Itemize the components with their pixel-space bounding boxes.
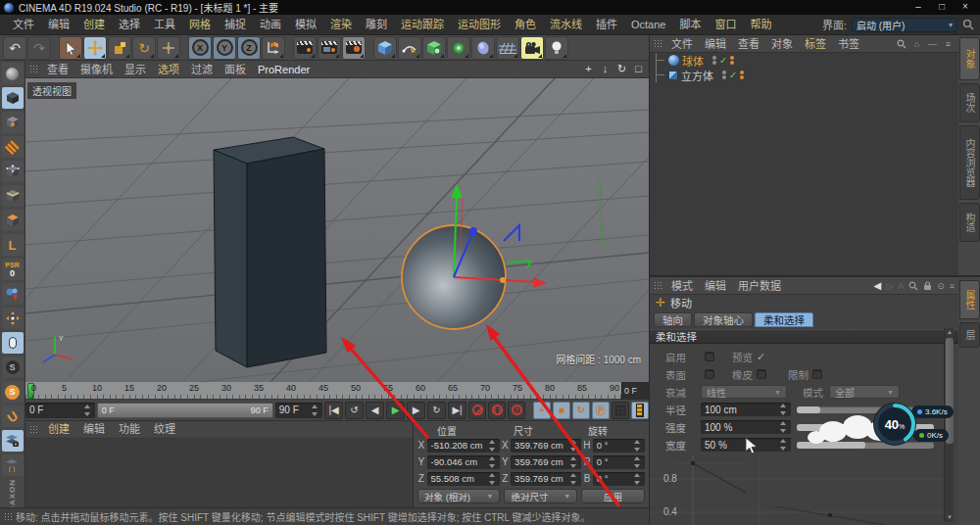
menu-file[interactable]: 文件 <box>6 15 41 35</box>
rotation-h-field[interactable]: 0 ° <box>593 439 645 453</box>
vp-menu-options[interactable]: 选项 <box>152 61 185 78</box>
panel-menu-icon[interactable]: ≡ <box>942 37 955 50</box>
menu-animate[interactable]: 动画 <box>253 15 288 35</box>
size-mode-dropdown[interactable]: 绝对尺寸▼ <box>504 489 577 503</box>
mat-menu-texture[interactable]: 纹理 <box>147 419 182 440</box>
path-icon[interactable]: — <box>926 37 939 50</box>
snap-settings-button[interactable] <box>2 308 24 329</box>
section-header[interactable]: 柔和选择 <box>650 329 958 344</box>
render-view-button[interactable] <box>293 36 317 60</box>
apply-button[interactable]: 应用 <box>581 489 645 503</box>
tab-content-browser[interactable]: 内容浏览器 <box>959 125 980 200</box>
menu-plugins[interactable]: 插件 <box>589 15 624 35</box>
view-label[interactable]: 透视视图 <box>27 82 76 99</box>
add-environment-button[interactable] <box>496 36 519 60</box>
keyframe-selection-button[interactable]: ? <box>508 402 525 419</box>
filter-icon[interactable]: ⌂ <box>910 37 923 50</box>
record-keyframe-button[interactable] <box>468 402 486 419</box>
lock-icon[interactable] <box>923 281 932 291</box>
y-axis-lock[interactable]: Y <box>213 36 236 60</box>
menu-octane[interactable]: Octane <box>624 15 672 35</box>
surface-checkbox[interactable] <box>705 369 714 379</box>
spinner-icon[interactable] <box>84 405 91 416</box>
object-mode-button[interactable] <box>2 87 24 109</box>
menu-select[interactable]: 选择 <box>112 15 147 35</box>
om-menu-file[interactable]: 文件 <box>665 35 699 53</box>
play-button[interactable]: ▶ <box>386 402 405 419</box>
coordinate-system-button[interactable] <box>262 36 285 60</box>
add-deformer-button[interactable] <box>447 36 470 60</box>
menu-mesh[interactable]: 网格 <box>182 15 218 35</box>
rotate-tool[interactable]: ↻ <box>132 36 156 60</box>
redo-button[interactable]: ↷ <box>27 36 51 60</box>
x-axis-lock[interactable]: X <box>188 36 212 60</box>
menu-motion-tracker[interactable]: 运动跟踪 <box>394 15 451 35</box>
previous-frame-button[interactable]: ◀ <box>366 402 384 419</box>
add-generator-button[interactable] <box>422 36 446 60</box>
am-menu-edit[interactable]: 编辑 <box>699 277 732 295</box>
go-to-end-button[interactable]: ▶| <box>448 402 466 419</box>
scale-tool[interactable] <box>108 36 131 60</box>
texture-mode-button[interactable] <box>2 136 24 158</box>
size-x-field[interactable]: 359.769 cm <box>511 439 581 453</box>
om-menu-objects[interactable]: 对象 <box>765 35 799 53</box>
vp-menu-filter[interactable]: 过滤 <box>185 61 219 78</box>
spinner-icon[interactable] <box>312 405 318 416</box>
interface-dropdown[interactable]: 启动 (用户) ▾ <box>852 18 957 32</box>
viewport-zoom-icon[interactable]: ↓ <box>599 63 612 75</box>
object-name[interactable]: 立方体 <box>681 68 713 83</box>
add-camera-button[interactable] <box>520 36 544 60</box>
search-icon[interactable] <box>962 19 974 30</box>
go-to-start-button[interactable]: |◀ <box>324 402 343 419</box>
phong-tag-icon[interactable] <box>740 71 744 79</box>
timeline-ruler[interactable]: 0 5 10 15 20 25 30 35 40 45 50 55 60 65 … <box>25 382 621 400</box>
strength-field[interactable]: 100 % <box>701 420 791 434</box>
render-settings-button[interactable] <box>342 36 366 60</box>
enable-checkbox[interactable] <box>705 352 714 361</box>
polygons-mode-button[interactable] <box>2 210 24 231</box>
om-menu-view[interactable]: 查看 <box>732 35 765 53</box>
radius-field[interactable]: 100 cm <box>701 403 791 416</box>
last-used-tool[interactable] <box>157 36 180 60</box>
play-backwards-button[interactable]: ↺ <box>345 402 364 419</box>
layer-link-button[interactable]: ( ) <box>2 454 24 476</box>
search-icon[interactable] <box>908 281 918 291</box>
add-primitive-button[interactable] <box>373 36 397 60</box>
om-menu-bookmarks[interactable]: 书签 <box>832 35 865 53</box>
scroll-down-icon[interactable]: ▼ <box>945 513 955 522</box>
enabled-check-icon[interactable]: ✓ <box>719 55 727 66</box>
mode-dropdown[interactable]: 全部▼ <box>829 385 900 399</box>
position-z-field[interactable]: 55.508 cm <box>427 472 500 486</box>
om-menu-edit[interactable]: 编辑 <box>699 35 732 53</box>
viewport-toggle-icon[interactable]: □ <box>632 63 645 75</box>
render-picture-viewer-button[interactable] <box>318 36 341 60</box>
enable-axis-button[interactable]: L <box>2 234 24 256</box>
mat-menu-create[interactable]: 创建 <box>41 419 76 440</box>
panel-grip[interactable] <box>654 39 662 49</box>
rubber-checkbox[interactable] <box>757 369 766 379</box>
close-button[interactable]: × <box>955 1 976 14</box>
falloff-curve-editor[interactable]: 0.8 0.4 <box>650 453 944 525</box>
panel-menu-icon[interactable]: ≡ <box>950 281 955 291</box>
live-selection-tool[interactable] <box>59 36 82 60</box>
panel-grip[interactable] <box>29 65 37 74</box>
tab-objects[interactable]: 对象 <box>959 37 980 80</box>
minimize-button[interactable]: – <box>907 1 929 14</box>
am-menu-userdata[interactable]: 用户数据 <box>732 277 787 295</box>
frame-range-slider[interactable]: 0 F 90 F <box>97 403 273 418</box>
add-spline-button[interactable] <box>398 36 421 60</box>
model-mode-button[interactable] <box>2 63 24 84</box>
limit-checkbox[interactable] <box>812 369 822 379</box>
history-back-icon[interactable]: ◀ <box>874 280 882 291</box>
menu-mograph[interactable]: 运动图形 <box>451 15 508 35</box>
menu-pipeline[interactable]: 流水线 <box>543 15 589 35</box>
font-icon[interactable]: A <box>898 281 904 291</box>
layer-lock-button[interactable] <box>2 430 24 452</box>
menu-create[interactable]: 创建 <box>76 15 112 35</box>
mat-menu-edit[interactable]: 编辑 <box>76 419 112 440</box>
tab-takes[interactable]: 场次 <box>959 83 980 122</box>
position-mode-dropdown[interactable]: 对象 (相对)▼ <box>417 489 500 503</box>
position-x-field[interactable]: -510.208 cm <box>427 439 500 453</box>
visibility-dots[interactable] <box>722 71 726 79</box>
menu-snap[interactable]: 捕捉 <box>218 15 253 35</box>
